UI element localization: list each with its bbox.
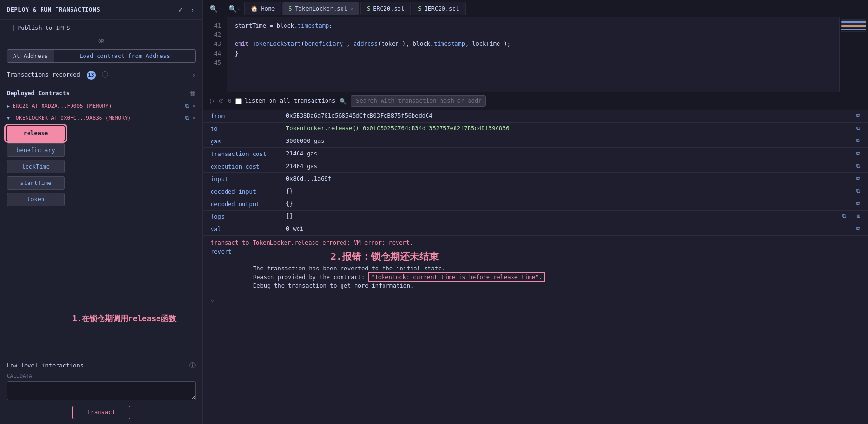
logs-label: logs [211, 213, 278, 220]
code-line-45 [235, 58, 831, 68]
contract-tokenlocker: ▼ TOKENLOCKER AT 0X0FC...9A836 (MEMORY) … [0, 112, 202, 124]
copy-decoded-input-icon[interactable]: ⧉ [856, 188, 860, 194]
deployed-contracts-title: Deployed Contracts [7, 90, 70, 97]
reason-label: Reason provided by the contract: [253, 274, 365, 281]
contract-buttons-area: release beneficiary lockTime startTime t… [0, 124, 202, 208]
low-level-header: Low level interactions ⓘ [7, 361, 196, 370]
line-41: 41 [209, 21, 221, 30]
copy-to-icon[interactable]: ⧉ [856, 125, 860, 131]
ierc20-tab-icon: S [418, 5, 421, 12]
code-line-44: } [235, 49, 831, 58]
revert-row: revert 2.报错：锁仓期还未结束 The transaction has … [211, 248, 860, 289]
gas-label: gas [211, 138, 278, 145]
chevron-right-erc20[interactable]: ▶ [7, 103, 10, 109]
minimap-line [841, 19, 866, 21]
token-button[interactable]: token [7, 193, 65, 206]
transact-button[interactable]: Transact [72, 406, 130, 419]
tab-erc20-label: ERC20.sol [373, 5, 404, 12]
tx-row-txcost: transaction cost 21464 gas ⧉ [203, 148, 868, 160]
erc20-tab-icon: S [367, 5, 370, 12]
load-contract-button[interactable]: Load contract from Address [54, 50, 195, 62]
trash-icon[interactable]: 🗑 [189, 90, 196, 97]
to-value: TokenLocker.release() 0x0fC5025C764cB34d… [286, 125, 846, 132]
copy-from-icon[interactable]: ⧉ [856, 113, 860, 119]
low-level-title: Low level interactions [7, 362, 84, 369]
minimap [839, 17, 868, 92]
erc20-contract-name[interactable]: ERC20 AT 0XD2A...FD005 (MEMORY) [13, 103, 183, 109]
copy-logs-icon[interactable]: ⧉ [842, 213, 846, 219]
expand-logs-icon[interactable]: ⊞ [857, 213, 860, 219]
left-panel: DEPLOY & RUN TRANSACTIONS ✓ › Publish to… [0, 0, 203, 424]
close-tokenlocker-icon[interactable]: ✕ [192, 115, 196, 121]
publish-checkbox[interactable] [7, 25, 14, 31]
tokenlocker-contract-name[interactable]: TOKENLOCKER AT 0X0FC...9A836 (MEMORY) [13, 115, 183, 121]
bottom-collapse-arrow[interactable]: ⌄ [203, 293, 868, 306]
revert-reason-row: Reason provided by the contract: "TokenL… [253, 274, 545, 281]
line-42: 42 [209, 30, 221, 40]
tx-row-logs: logs [] ⧉ ⊞ [203, 211, 868, 223]
locktime-button[interactable]: lockTime [7, 160, 65, 173]
listen-checkbox-input[interactable] [235, 98, 242, 104]
minimap-line [841, 21, 866, 23]
tab-tokenlocker[interactable]: S TokenLocker.sol ✕ [282, 2, 359, 15]
decoded-input-value: {} [286, 188, 846, 195]
collapse-button[interactable]: ⟨⟩ [209, 98, 215, 104]
copy-txcost-icon[interactable]: ⧉ [856, 150, 860, 156]
input-label: input [211, 175, 278, 183]
release-button[interactable]: release [7, 126, 65, 141]
transactions-label: Transactions recorded [7, 71, 80, 78]
code-content: startTime = block.timestamp; emit TokenL… [227, 17, 839, 92]
txcost-label: transaction cost [211, 150, 278, 157]
copy-execcost-icon[interactable]: ⧉ [856, 163, 860, 169]
transactions-chevron[interactable]: › [192, 71, 196, 79]
from-value: 0x5B38Da6a701c568545dCfcB03FcB875f56bedd… [286, 113, 846, 119]
panel-header: DEPLOY & RUN TRANSACTIONS ✓ › [0, 0, 202, 20]
zoom-out-button[interactable]: 🔍− [207, 3, 225, 14]
copy-val-icon[interactable]: ⧉ [856, 226, 860, 232]
chevron-down-tokenlocker[interactable]: ▼ [7, 115, 10, 121]
close-erc20-icon[interactable]: ✕ [192, 103, 196, 109]
address-row: At Address Load contract from Address [7, 49, 196, 63]
calldata-input[interactable] [7, 381, 196, 400]
code-line-41: startTime = block.timestamp; [235, 21, 831, 30]
tab-home[interactable]: 🏠 Home [244, 2, 281, 15]
copy-gas-icon[interactable]: ⧉ [856, 138, 860, 144]
search-input[interactable] [351, 95, 486, 107]
publish-row: Publish to IPFS [0, 20, 202, 36]
tab-erc20[interactable]: S ERC20.sol [360, 2, 411, 15]
low-level-info-icon[interactable]: ⓘ [189, 361, 196, 370]
tx-row-val: val 0 wei ⧉ [203, 223, 868, 236]
at-address-button[interactable]: At Address [7, 50, 54, 62]
tab-ierc20-label: IERC20.sol [424, 5, 459, 12]
copy-tokenlocker-icon[interactable]: ⧉ [185, 115, 189, 121]
tab-ierc20[interactable]: S IERC20.sol [412, 2, 465, 15]
decoded-input-label: decoded input [211, 188, 278, 195]
error-text: transact to TokenLocker.release errored:… [211, 240, 860, 246]
copy-erc20-icon[interactable]: ⧉ [185, 103, 189, 109]
search-icon-button[interactable]: 🔍 [339, 98, 347, 105]
from-label: from [211, 113, 278, 120]
tx-row-decoded-input: decoded input {} ⧉ [203, 185, 868, 198]
transactions-info: Transactions recorded 13 ⓘ [7, 71, 108, 80]
copy-input-icon[interactable]: ⧉ [856, 175, 860, 182]
line-45: 45 [209, 58, 221, 68]
calldata-label: CALLDATA [7, 373, 196, 379]
info-icon[interactable]: ⓘ [102, 71, 108, 78]
zoom-in-button[interactable]: 🔍+ [226, 3, 243, 14]
line-numbers: 41 42 43 44 45 [203, 17, 227, 92]
minimap-line [841, 25, 866, 27]
tx-row-execcost: execution cost 21464 gas ⧉ [203, 160, 868, 173]
check-icon[interactable]: ✓ [176, 5, 185, 14]
tx-row-input: input 0x86d...1a69f ⧉ [203, 173, 868, 185]
code-area: 41 42 43 44 45 startTime = block.timesta… [203, 17, 868, 92]
code-line-42 [235, 30, 831, 40]
gas-value: 3000000 gas [286, 138, 846, 144]
tx-row-to: to TokenLocker.release() 0x0fC5025C764cB… [203, 123, 868, 135]
debug-text: Debug the transaction to get more inform… [253, 283, 545, 289]
tab-close-tokenlocker[interactable]: ✕ [350, 6, 353, 12]
copy-decoded-output-icon[interactable]: ⧉ [856, 200, 860, 207]
arrow-icon[interactable]: › [189, 5, 196, 14]
beneficiary-button[interactable]: beneficiary [7, 143, 65, 157]
contract-erc20: ▶ ERC20 AT 0XD2A...FD005 (MEMORY) ⧉ ✕ [0, 100, 202, 112]
starttime-button[interactable]: startTime [7, 176, 65, 190]
